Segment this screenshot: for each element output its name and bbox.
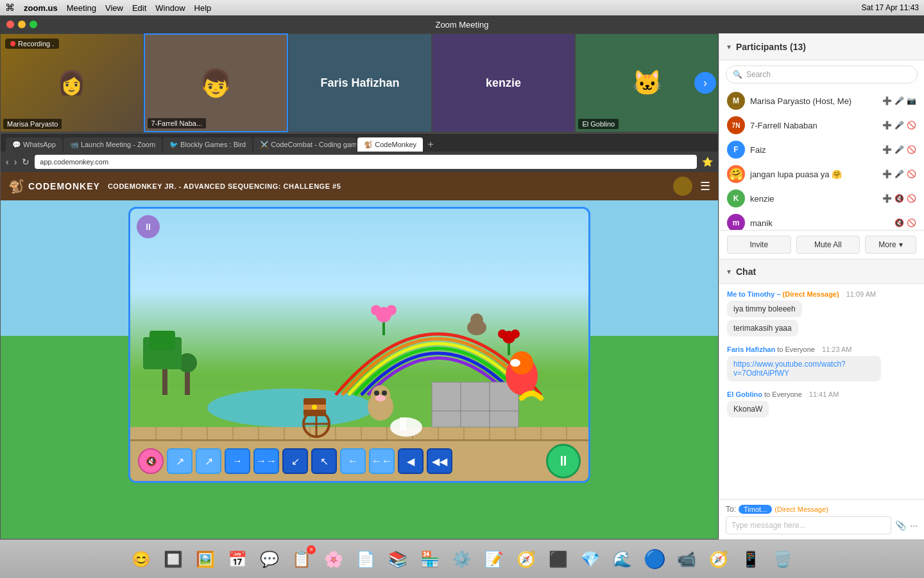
maximize-button[interactable] — [30, 21, 37, 28]
add-icon-jangan[interactable]: ➕ — [882, 170, 892, 179]
recording-label: Recording . — [18, 40, 54, 48]
tab-whatsapp[interactable]: 💬 WhatsApp — [6, 137, 62, 152]
chat-link-2[interactable]: https://www.youtube.com/watch?v=7OdhtAiP… — [733, 360, 846, 378]
chat-to-badge[interactable]: Timot... — [739, 505, 772, 514]
dock-arc[interactable]: 🌊 — [608, 545, 637, 574]
participant-search-box[interactable]: 🔍 Search — [726, 66, 918, 83]
mic-icon-farrell[interactable]: 🎤 — [894, 121, 904, 130]
move-btn-8[interactable]: ←← — [369, 448, 395, 474]
dock-notes[interactable]: 📝 — [480, 545, 508, 574]
tab-codemonkey[interactable]: 🐒 CodeMonkey — [357, 137, 423, 152]
mic-icon-jangan[interactable]: 🎤 — [894, 170, 904, 179]
move-btn-3[interactable]: → — [225, 448, 250, 474]
dock-terminal[interactable]: ⬛ — [544, 545, 572, 574]
add-icon-farrell[interactable]: ➕ — [882, 121, 892, 130]
participants-actions: Invite Mute All More ▾ — [719, 230, 924, 259]
list-item-farrell[interactable]: 7N 7-Farrell Nababan ➕ 🎤 🚫 — [719, 113, 924, 137]
chat-input-row: Type message here... 📎 ··· — [726, 516, 918, 534]
more-button[interactable]: More ▾ — [865, 236, 916, 254]
move-btn-2[interactable]: ↗ — [196, 448, 221, 474]
dock-sketch[interactable]: 💎 — [576, 545, 604, 574]
participant-tile-kenzie[interactable]: kenzie — [432, 33, 576, 132]
move-btn-1[interactable]: ↗ — [167, 448, 193, 474]
player-avatar[interactable] — [673, 177, 692, 196]
move-btn-9[interactable]: ◀ — [398, 448, 424, 474]
video-off-icon-kenzie[interactable]: 🚫 — [907, 194, 916, 203]
dock-reminders[interactable]: 📋 9 — [287, 545, 316, 574]
mic-off-icon-manik[interactable]: 🔇 — [894, 218, 904, 227]
dock-safari2[interactable]: 🧭 — [705, 545, 733, 574]
menu-edit[interactable]: Edit — [132, 3, 146, 13]
participant-tile-faris[interactable]: Faris Hafizhan — [288, 33, 432, 132]
game-play-button[interactable]: ⏸ — [546, 444, 581, 478]
new-tab-button[interactable]: + — [424, 137, 437, 152]
list-item-manik[interactable]: m manik 🔇 🚫 — [719, 211, 924, 230]
dock-books[interactable]: 📚 — [384, 545, 412, 574]
close-button[interactable] — [6, 21, 14, 28]
collapse-chat-icon[interactable]: ▾ — [727, 267, 731, 276]
dock-messages[interactable]: 💬 — [255, 545, 284, 574]
collapse-participants-icon[interactable]: ▾ — [727, 42, 731, 51]
apple-menu[interactable]: ⌘ — [5, 2, 15, 13]
menu-window[interactable]: Window — [155, 3, 185, 13]
add-icon-kenzie[interactable]: ➕ — [882, 194, 892, 203]
mic-off-icon-kenzie[interactable]: 🔇 — [894, 194, 904, 203]
menu-meeting[interactable]: Meeting — [67, 3, 96, 13]
add-icon-faiz[interactable]: ➕ — [882, 145, 892, 154]
tab-codecombat[interactable]: ⚔️ CodeCombat - Coding games to learn... — [253, 137, 356, 152]
invite-button[interactable]: Invite — [727, 236, 791, 254]
list-item-kenzie[interactable]: K kenzie ➕ 🔇 🚫 — [719, 186, 924, 211]
search-input[interactable]: Search — [746, 70, 911, 79]
dock-launchpad[interactable]: 🔲 — [159, 545, 187, 574]
dock-ubar[interactable]: 📱 — [737, 545, 765, 574]
video-off-icon-farrell[interactable]: 🚫 — [907, 121, 916, 130]
file-button[interactable]: 📎 — [895, 520, 906, 530]
dock-calendar[interactable]: 📅 — [223, 545, 252, 574]
menu-icon[interactable]: ☰ — [700, 179, 710, 193]
dock-trash[interactable]: 🗑️ — [769, 545, 797, 574]
logo-monkey-icon: 🐒 — [8, 179, 24, 194]
menu-help[interactable]: Help — [194, 3, 212, 13]
dock-safari[interactable]: 🧭 — [512, 545, 540, 574]
dock-photos[interactable]: 🌸 — [320, 545, 348, 574]
move-btn-5[interactable]: ↙ — [282, 448, 308, 474]
tab-bird[interactable]: 🐦 Blockly Games : Bird — [163, 137, 252, 152]
chat-more-button[interactable]: ··· — [910, 520, 918, 530]
video-off-icon-faiz[interactable]: 🚫 — [907, 145, 916, 154]
address-input[interactable]: app.codemonkey.com — [35, 155, 697, 169]
move-btn-10[interactable]: ◀◀ — [427, 448, 452, 474]
video-off-icon-manik[interactable]: 🚫 — [907, 218, 916, 227]
dock-sysprefs[interactable]: ⚙️ — [448, 545, 476, 574]
video-off-icon-marisa[interactable]: 📷 — [907, 96, 916, 105]
app-name[interactable]: zoom.us — [24, 3, 58, 13]
list-item-jangan[interactable]: 🤗 jangan lupa puasa ya 🤗 ➕ 🎤 🚫 — [719, 162, 924, 186]
dock-finder[interactable]: 😊 — [127, 545, 155, 574]
list-item-marisa[interactable]: M Marisa Paryasto (Host, Me) ➕ 🎤 📷 — [719, 89, 924, 113]
minimize-button[interactable] — [18, 21, 26, 28]
dock-chrome[interactable]: 🔵 — [640, 545, 669, 574]
game-volume-button[interactable]: 🔇 — [138, 448, 164, 474]
list-item-faiz[interactable]: F Faiz ➕ 🎤 🚫 — [719, 137, 924, 162]
back-button[interactable]: ‹ — [6, 157, 9, 167]
browser-area: 💬 WhatsApp 📹 Launch Meeting - Zoom 🐦 Blo… — [0, 133, 719, 539]
chat-text-input[interactable]: Type message here... — [726, 516, 891, 534]
dock-appstore[interactable]: 🏪 — [416, 545, 444, 574]
mute-all-button[interactable]: Mute All — [796, 236, 860, 254]
tab-zoom[interactable]: 📹 Launch Meeting - Zoom — [64, 137, 162, 152]
mic-icon-faiz[interactable]: 🎤 — [894, 145, 904, 154]
bookmark-button[interactable]: ⭐ — [702, 157, 713, 167]
mic-icon-marisa[interactable]: 🎤 — [894, 96, 904, 105]
dock-pages[interactable]: 📄 — [352, 545, 380, 574]
next-participant-button[interactable]: › — [694, 72, 716, 94]
move-btn-6[interactable]: ↖ — [311, 448, 337, 474]
participant-tile-farrell[interactable]: 👦 7-Farrell Naba... — [144, 33, 289, 132]
move-btn-7[interactable]: ← — [340, 448, 366, 474]
reload-button[interactable]: ↻ — [22, 157, 30, 167]
dock-preview[interactable]: 🖼️ — [191, 545, 219, 574]
forward-button[interactable]: › — [14, 157, 17, 167]
menu-view[interactable]: View — [105, 3, 123, 13]
video-off-icon-jangan[interactable]: 🚫 — [907, 170, 916, 179]
add-icon-marisa[interactable]: ➕ — [882, 96, 892, 105]
dock-zoom[interactable]: 📹 — [672, 545, 701, 574]
move-btn-4[interactable]: →→ — [253, 448, 279, 474]
